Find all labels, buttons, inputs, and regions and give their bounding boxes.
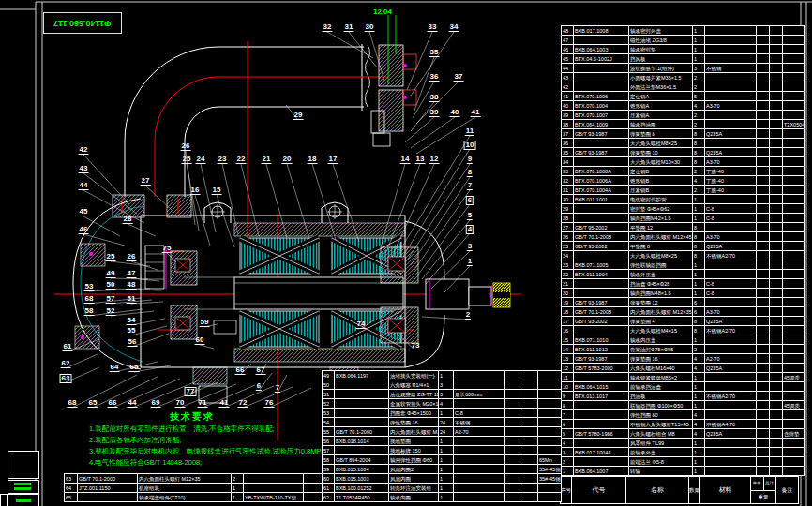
bom-cell: 风扇内圈 <box>389 474 439 484</box>
bom-cell <box>783 364 805 373</box>
bom-cell: BXB.064.1007 <box>574 467 629 476</box>
part-balloon-43: 43 <box>79 165 89 173</box>
bom-cell: 1 <box>693 36 705 45</box>
bom-cell <box>770 467 783 476</box>
header-weight-group: 单件 总计 重量 <box>750 476 776 504</box>
bom-cell: 1 <box>439 371 454 380</box>
bom-cell <box>770 82 783 92</box>
bom-cell: 45调质 <box>783 373 805 382</box>
bom-cell <box>505 399 519 409</box>
bom-cell: 2 <box>693 167 705 176</box>
bom-cell <box>454 493 505 502</box>
bom-cell: 8 <box>693 326 705 335</box>
bom-row: 60BXB.015.1003风扇内圈135#-45钢 <box>323 474 562 484</box>
bom-cell <box>505 409 519 418</box>
bom-cell: 40 <box>562 101 574 111</box>
bom-cell <box>770 279 783 289</box>
bom-cell: 55 <box>323 427 335 437</box>
bom-cell: 4 <box>439 399 454 409</box>
bom-cell: 18 <box>562 307 574 317</box>
bom-cell <box>505 455 519 465</box>
bom-cell <box>519 455 538 465</box>
bom-cell: GB/T 5780-1986 <box>574 429 629 439</box>
bom-cell <box>783 242 805 251</box>
bom-cell: 3 <box>439 380 454 390</box>
bom-cell <box>757 345 770 354</box>
part-balloon-41: 41 <box>219 399 230 408</box>
bom-cell <box>757 382 770 392</box>
bom-cell: 挡圈套 Φ45×1500 <box>389 409 439 418</box>
part-balloon-73: 73 <box>411 342 421 350</box>
bom-row: 22BTX.011.1004轴承外压盖1 <box>562 270 805 279</box>
bom-cell <box>757 420 770 429</box>
bom-cell: 38 <box>562 120 574 129</box>
bom-cell <box>705 467 757 476</box>
bom-cell: 59 <box>323 465 335 474</box>
bom-cell <box>454 465 505 474</box>
bom-cell <box>519 380 538 390</box>
bom-cell <box>757 242 770 251</box>
bom-cell <box>505 390 519 399</box>
bom-table-left: 63GB/T 70.1-2000内六角圆柱头螺钉 M12×35264JTZ.00… <box>64 473 323 502</box>
part-balloon-31: 31 <box>344 23 354 32</box>
bom-row: 58GB/T 894-2004轴用弹性挡圈 Φ60165Mn <box>323 455 562 465</box>
bom-cell <box>757 204 770 214</box>
bom-row: 50六角螺塞 R1/4×13 <box>323 380 562 390</box>
bom-row: 30BXB.011.1001电缆密封保护管1 <box>562 195 805 204</box>
bom-cell: 压紧销B <box>629 186 693 195</box>
bom-row: 63GB/T 70.1-2000内六角圆柱头螺钉 M12×352 <box>65 474 323 484</box>
bom-cell: 8 <box>693 317 705 326</box>
bom-cell <box>574 82 629 92</box>
bom-cell <box>538 446 562 455</box>
bom-row: 36大六角头螺栓M8×258 <box>562 139 805 148</box>
bom-cell: 1 <box>693 457 705 467</box>
bom-cell: T2X0504-1X <box>783 120 805 129</box>
bom-cell: 轴承外压盖 <box>629 270 693 279</box>
bom-cell: BXB.018.1014 <box>335 437 389 446</box>
bom-cell: 不锈钢A2-70 <box>705 251 757 260</box>
bom-cell: 36 <box>562 139 574 148</box>
bom-cell: 56 <box>323 437 335 446</box>
bom-cell <box>519 427 538 437</box>
bom-cell <box>304 484 323 493</box>
bom-cell: 弹簧垫圈 8 <box>629 129 693 139</box>
bom-cell <box>574 279 629 289</box>
cad-canvas[interactable]: 3231303334353637383940412926252423222120… <box>0 0 812 506</box>
bom-cell <box>538 484 562 493</box>
bom-cell: 轴向挡圈M42×1.5 <box>629 214 693 223</box>
bom-row: 1BXB.064.1007转轴1 <box>562 467 805 476</box>
part-balloon-62: 62 <box>61 360 71 368</box>
bom-row: 47磁性油堵 ZG3/81 <box>562 36 805 45</box>
part-balloon-25: 25 <box>182 156 192 164</box>
bom-cell: 37 <box>562 129 574 139</box>
bom-cell <box>770 120 783 129</box>
bom-cell <box>783 64 805 73</box>
bom-cell <box>505 418 519 427</box>
bom-cell <box>770 260 783 270</box>
bom-cell <box>705 92 757 101</box>
bom-cell <box>705 410 757 420</box>
bom-cell <box>757 176 770 186</box>
bom-row: 27GB/T 95-2002平垫圈 128 <box>562 223 805 232</box>
bom-cell: 4 <box>693 176 705 186</box>
bom-cell <box>335 409 389 418</box>
bom-cell: 65Mn <box>538 455 562 465</box>
bom-cell <box>505 465 519 474</box>
bom-cell <box>574 64 629 73</box>
bom-cell <box>783 354 805 364</box>
bom-cell: YB-TXW/TB-110-TX型 <box>244 493 304 502</box>
bom-cell <box>770 176 783 186</box>
bom-row: 44波纹膨胀节.1(组件)3不锈钢 <box>562 64 805 73</box>
bom-cell: 1 <box>693 467 705 476</box>
bom-cell <box>783 92 805 101</box>
bom-cell <box>705 26 757 36</box>
part-balloon-50: 50 <box>106 281 116 290</box>
bom-cell: 23 <box>562 260 574 270</box>
bom-cell: Q235A <box>705 242 757 251</box>
bom-cell: 49 <box>323 371 335 380</box>
part-balloon-47: 47 <box>127 270 137 278</box>
bom-cell: 2 <box>562 457 574 467</box>
bom-cell: 4 <box>693 354 705 364</box>
bom-cell <box>335 390 389 399</box>
bom-cell: 20 <box>562 289 574 298</box>
